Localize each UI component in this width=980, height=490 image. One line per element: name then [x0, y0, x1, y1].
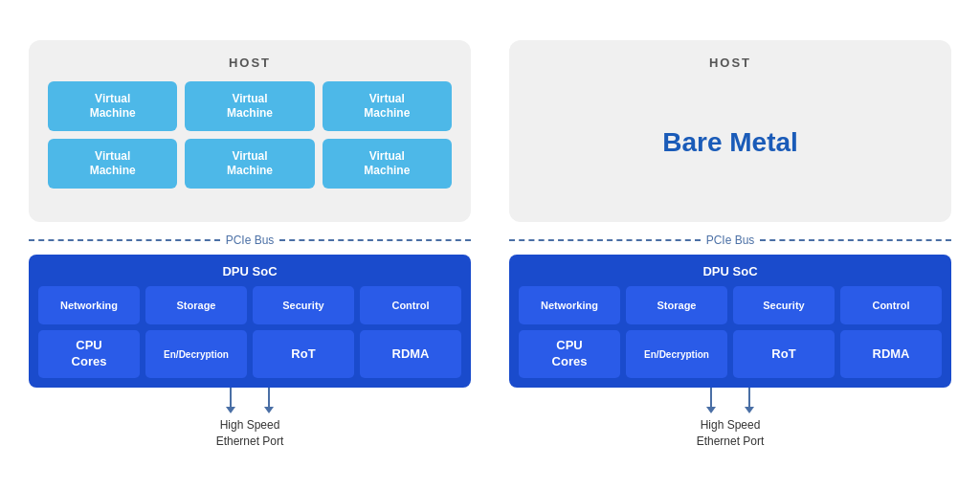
left-dpu-control: Control	[360, 286, 461, 324]
right-eth-line-2	[745, 388, 754, 413]
left-dpu-endecryption: En/Decryption	[145, 330, 247, 378]
right-host-label: HOST	[709, 56, 751, 70]
right-pcie-row: PCIe Bus	[509, 234, 951, 247]
right-eth-vertical-2	[748, 388, 750, 407]
right-eth-vertical-1	[710, 388, 712, 407]
vm-card-6: VirtualMachine	[323, 139, 452, 189]
right-dpu-cpu: CPUCores	[519, 330, 620, 378]
left-column: HOST VirtualMachine VirtualMachine Virtu…	[29, 40, 471, 449]
left-pcie-line-right	[279, 239, 471, 241]
vm-card-1: VirtualMachine	[48, 81, 177, 131]
right-eth-arrow-2	[745, 407, 754, 413]
right-dpu-storage: Storage	[626, 286, 727, 324]
right-column: HOST Bare Metal PCIe Bus DPU SoC Network…	[509, 40, 951, 449]
right-dpu-networking: Networking	[519, 286, 620, 324]
vm-card-2: VirtualMachine	[185, 81, 314, 131]
left-ethernet-lines	[29, 388, 471, 413]
left-eth-arrow-1	[226, 407, 235, 413]
right-ethernet-label: High SpeedEthernet Port	[697, 417, 765, 450]
left-pcie-row: PCIe Bus	[29, 234, 471, 247]
left-dpu-rdma: RDMA	[360, 330, 461, 378]
left-eth-line-1	[226, 388, 235, 413]
right-pcie-label: PCIe Bus	[701, 234, 761, 247]
left-eth-vertical-1	[230, 388, 232, 407]
right-eth-arrow-1	[706, 407, 716, 413]
left-vm-grid: VirtualMachine VirtualMachine VirtualMac…	[48, 81, 452, 189]
left-host-label: HOST	[229, 56, 271, 70]
left-dpu-cpu: CPUCores	[38, 330, 140, 378]
right-dpu-title: DPU SoC	[519, 264, 942, 278]
left-pcie-label: PCIe Bus	[220, 234, 280, 247]
left-dpu-rot: RoT	[253, 330, 354, 378]
right-ethernet-lines	[509, 388, 951, 413]
left-dpu-title: DPU SoC	[38, 264, 461, 278]
bare-metal-box: Bare Metal	[528, 81, 932, 203]
right-pcie-line-left	[509, 239, 701, 241]
main-container: HOST VirtualMachine VirtualMachine Virtu…	[0, 21, 980, 468]
left-host-box: HOST VirtualMachine VirtualMachine Virtu…	[29, 40, 471, 222]
right-eth-line-1	[706, 388, 716, 413]
left-ethernet-section: High SpeedEthernet Port	[29, 388, 471, 450]
right-dpu-security: Security	[733, 286, 835, 324]
left-pcie-line-left	[29, 239, 220, 241]
right-dpu-rdma: RDMA	[840, 330, 942, 378]
left-ethernet-label: High SpeedEthernet Port	[216, 417, 284, 450]
left-dpu-networking: Networking	[38, 286, 140, 324]
right-dpu-box: DPU SoC Networking Storage Security Cont…	[509, 255, 951, 388]
right-dpu-rot: RoT	[733, 330, 835, 378]
right-pcie-line-right	[760, 239, 951, 241]
vm-card-4: VirtualMachine	[48, 139, 177, 189]
left-eth-line-2	[264, 388, 274, 413]
left-dpu-box: DPU SoC Networking Storage Security Cont…	[29, 255, 471, 388]
right-ethernet-section: High SpeedEthernet Port	[509, 388, 951, 450]
bare-metal-label: Bare Metal	[662, 127, 798, 158]
left-eth-arrow-2	[264, 407, 274, 413]
left-dpu-security: Security	[253, 286, 354, 324]
left-dpu-storage: Storage	[145, 286, 247, 324]
right-dpu-grid: Networking Storage Security Control CPUC…	[519, 286, 942, 378]
right-dpu-endecryption: En/Decryption	[626, 330, 727, 378]
vm-card-3: VirtualMachine	[323, 81, 452, 131]
right-host-box: HOST Bare Metal	[509, 40, 951, 222]
vm-card-5: VirtualMachine	[185, 139, 314, 189]
right-dpu-control: Control	[840, 286, 942, 324]
left-eth-vertical-2	[268, 388, 270, 407]
left-dpu-grid: Networking Storage Security Control CPUC…	[38, 286, 461, 378]
